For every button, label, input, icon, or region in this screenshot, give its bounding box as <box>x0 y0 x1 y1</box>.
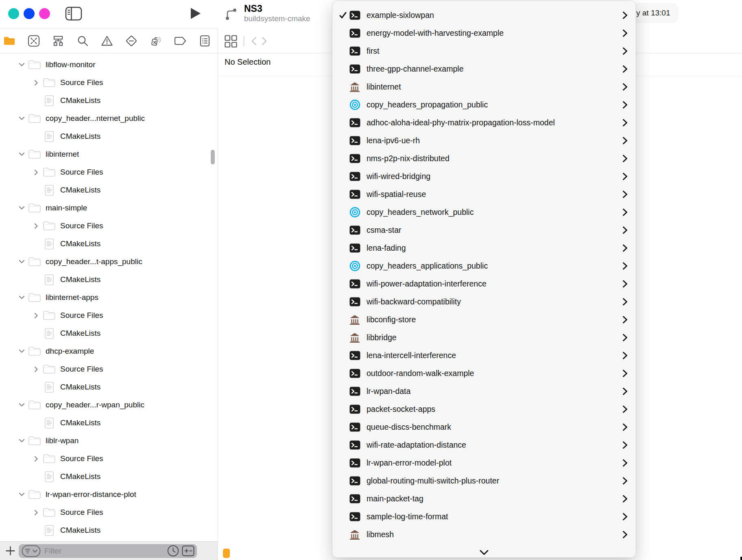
menu-scroll-down-icon[interactable] <box>332 550 636 555</box>
outline-file-row[interactable]: CMakeLists <box>0 127 215 145</box>
menu-item-libinternet[interactable]: libinternet <box>332 78 636 96</box>
outline-folder-row[interactable]: copy_header...nternet_public <box>0 109 215 127</box>
menu-item-sample-log-time-format[interactable]: sample-log-time-format <box>332 508 636 525</box>
outline-folder-row[interactable]: copy_header...t-apps_public <box>0 253 215 271</box>
zoom-window-button[interactable] <box>39 8 50 19</box>
sidebar-editor-divider[interactable] <box>218 28 218 560</box>
menu-item-example-sixlowpan[interactable]: example-sixlowpan <box>332 6 636 24</box>
menu-item-lr-wpan-data[interactable]: lr-wpan-data <box>332 382 636 400</box>
outline-folder-row[interactable]: Source Files <box>0 450 215 468</box>
outline-folder-row[interactable]: copy_header...r-wpan_public <box>0 396 215 414</box>
menu-item-lena-fading[interactable]: lena-fading <box>332 239 636 257</box>
activity-viewer[interactable]: y at 13:01 <box>633 4 677 22</box>
menu-item-lr-wpan-error-model-plot[interactable]: lr-wpan-error-model-plot <box>332 454 636 472</box>
outline-file-row[interactable]: CMakeLists <box>0 92 215 109</box>
menu-item-copy_headers_applications_public[interactable]: copy_headers_applications_public <box>332 257 636 275</box>
menu-item-queue-discs-benchmark[interactable]: queue-discs-benchmark <box>332 418 636 436</box>
breakpoints-navigator-icon[interactable] <box>174 28 186 53</box>
disclosure-down-icon[interactable] <box>18 116 25 120</box>
menu-item-lena-intercell-interference[interactable]: lena-intercell-interference <box>332 346 636 364</box>
menu-item-lena-ipv6-ue-rh[interactable]: lena-ipv6-ue-rh <box>332 131 636 149</box>
disclosure-down-icon[interactable] <box>18 403 25 407</box>
disclosure-right-icon[interactable] <box>33 456 40 462</box>
menu-item-three-gpp-channel-example[interactable]: three-gpp-channel-example <box>332 60 636 78</box>
issues-navigator-icon[interactable] <box>101 28 113 53</box>
outline-folder-row[interactable]: Source Files <box>0 360 215 378</box>
close-window-button[interactable] <box>8 8 19 19</box>
recent-filter-icon[interactable] <box>167 545 179 557</box>
menu-item-wifi-power-adaptation-interference[interactable]: wifi-power-adaptation-interference <box>332 275 636 293</box>
menu-item-global-routing-multi-switch-plus-router[interactable]: global-routing-multi-switch-plus-router <box>332 472 636 490</box>
outline-folder-row[interactable]: main-simple <box>0 199 215 217</box>
menu-item-wifi-rate-adaptation-distance[interactable]: wifi-rate-adaptation-distance <box>332 436 636 454</box>
outline-file-row[interactable]: CMakeLists <box>0 521 215 539</box>
outline-file-row[interactable]: CMakeLists <box>0 181 215 199</box>
outline-folder-row[interactable]: dhcp-example <box>0 342 215 360</box>
disclosure-down-icon[interactable] <box>18 492 25 497</box>
outline-file-row[interactable]: CMakeLists <box>0 468 215 486</box>
menu-item-wifi-wired-bridging[interactable]: wifi-wired-bridging <box>332 167 636 185</box>
source-control-navigator-icon[interactable] <box>28 28 40 53</box>
outline-folder-row[interactable]: Source Files <box>0 74 215 92</box>
toggle-sidebar-button[interactable] <box>65 7 82 21</box>
outline-folder-row[interactable]: libinternet-apps <box>0 289 215 306</box>
menu-item-main-packet-tag[interactable]: main-packet-tag <box>332 490 636 508</box>
outline-folder-row[interactable]: Source Files <box>0 217 215 235</box>
symbols-navigator-icon[interactable] <box>52 28 64 53</box>
disclosure-right-icon[interactable] <box>33 510 40 516</box>
menu-item-libbridge[interactable]: libbridge <box>332 328 636 346</box>
disclosure-down-icon[interactable] <box>18 63 25 67</box>
menu-item-libconfig-store[interactable]: libconfig-store <box>332 311 636 328</box>
outline-folder-row[interactable]: Source Files <box>0 503 215 521</box>
outline-file-row[interactable]: CMakeLists <box>0 414 215 432</box>
debug-navigator-icon[interactable] <box>150 28 162 53</box>
menu-item-copy_headers_network_public[interactable]: copy_headers_network_public <box>332 203 636 221</box>
outline-folder-row[interactable]: Source Files <box>0 306 215 324</box>
menu-item-nms-p2p-nix-distributed[interactable]: nms-p2p-nix-distributed <box>332 149 636 167</box>
add-button[interactable] <box>3 543 17 559</box>
disclosure-right-icon[interactable] <box>33 80 40 86</box>
disclosure-right-icon[interactable] <box>33 223 40 229</box>
show-only-files-with-flags-icon[interactable] <box>182 545 194 556</box>
reports-navigator-icon[interactable] <box>199 28 211 53</box>
outline-folder-row[interactable]: libinternet <box>0 145 215 163</box>
disclosure-down-icon[interactable] <box>18 260 25 264</box>
menu-item-energy-model-with-harvesting-example[interactable]: energy-model-with-harvesting-example <box>332 24 636 42</box>
outline-file-row[interactable]: CMakeLists <box>0 324 215 342</box>
filter-input[interactable]: Filter <box>19 544 197 558</box>
disclosure-right-icon[interactable] <box>33 313 40 319</box>
editor-bottom-folder-icon[interactable] <box>223 549 230 558</box>
go-back-button[interactable] <box>249 35 259 47</box>
menu-item-adhoc-aloha-ideal-phy-matrix-propagation-loss-model[interactable]: adhoc-aloha-ideal-phy-matrix-propagation… <box>332 114 636 131</box>
menu-item-csma-star[interactable]: csma-star <box>332 221 636 239</box>
outline-file-row[interactable]: CMakeLists <box>0 235 215 253</box>
minimize-window-button[interactable] <box>24 8 35 19</box>
tests-navigator-icon[interactable] <box>125 28 137 53</box>
outline-file-row[interactable]: CMakeLists <box>0 378 215 396</box>
menu-item-first[interactable]: first <box>332 42 636 60</box>
scheme-title[interactable]: NS3 <box>244 3 310 14</box>
menu-item-copy_headers_propagation_public[interactable]: copy_headers_propagation_public <box>332 96 636 114</box>
project-navigator-icon[interactable] <box>3 28 15 53</box>
outline-file-row[interactable]: CMakeLists <box>0 271 215 289</box>
outline-folder-row[interactable]: libflow-monitor <box>0 56 215 74</box>
disclosure-right-icon[interactable] <box>33 169 40 175</box>
outline-folder-row[interactable]: liblr-wpan <box>0 432 215 450</box>
filter-options-icon[interactable] <box>22 545 41 557</box>
find-navigator-icon[interactable] <box>76 28 89 53</box>
menu-item-wifi-spatial-reuse[interactable]: wifi-spatial-reuse <box>332 185 636 203</box>
run-button[interactable] <box>189 6 203 21</box>
disclosure-down-icon[interactable] <box>18 152 25 156</box>
disclosure-down-icon[interactable] <box>18 206 25 210</box>
menu-item-wifi-backward-compatibility[interactable]: wifi-backward-compatibility <box>332 293 636 311</box>
disclosure-down-icon[interactable] <box>18 439 25 443</box>
go-forward-button[interactable] <box>259 35 270 47</box>
scheme-header[interactable]: NS3 buildsystem-cmake <box>225 3 310 24</box>
menu-item-outdoor-random-walk-example[interactable]: outdoor-random-walk-example <box>332 364 636 382</box>
sidebar-scrollbar-thumb[interactable] <box>211 150 215 164</box>
disclosure-down-icon[interactable] <box>18 349 25 353</box>
disclosure-right-icon[interactable] <box>33 366 40 372</box>
disclosure-down-icon[interactable] <box>18 295 25 300</box>
menu-item-packet-socket-apps[interactable]: packet-socket-apps <box>332 400 636 418</box>
related-items-icon[interactable] <box>224 34 238 48</box>
